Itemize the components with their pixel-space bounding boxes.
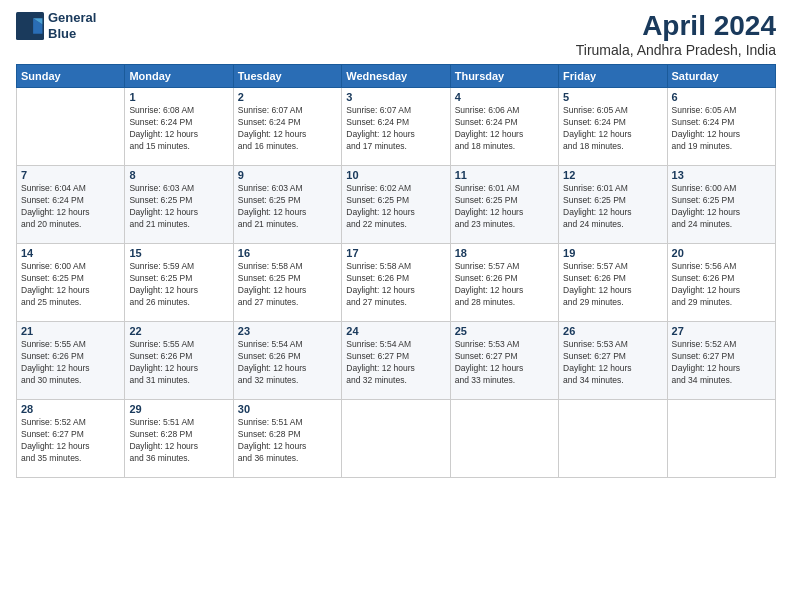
day-info: Sunrise: 5:52 AM Sunset: 6:27 PM Dayligh… xyxy=(21,417,120,465)
header-row: Sunday Monday Tuesday Wednesday Thursday… xyxy=(17,65,776,88)
day-number: 24 xyxy=(346,325,445,337)
calendar-table: Sunday Monday Tuesday Wednesday Thursday… xyxy=(16,64,776,478)
calendar-cell: 3Sunrise: 6:07 AM Sunset: 6:24 PM Daylig… xyxy=(342,88,450,166)
calendar-cell: 26Sunrise: 5:53 AM Sunset: 6:27 PM Dayli… xyxy=(559,322,667,400)
day-info: Sunrise: 5:51 AM Sunset: 6:28 PM Dayligh… xyxy=(238,417,337,465)
day-number: 4 xyxy=(455,91,554,103)
day-info: Sunrise: 6:04 AM Sunset: 6:24 PM Dayligh… xyxy=(21,183,120,231)
logo-icon xyxy=(16,12,44,40)
calendar-week-5: 28Sunrise: 5:52 AM Sunset: 6:27 PM Dayli… xyxy=(17,400,776,478)
calendar-cell xyxy=(342,400,450,478)
calendar-cell: 27Sunrise: 5:52 AM Sunset: 6:27 PM Dayli… xyxy=(667,322,775,400)
day-info: Sunrise: 6:00 AM Sunset: 6:25 PM Dayligh… xyxy=(21,261,120,309)
calendar-cell: 15Sunrise: 5:59 AM Sunset: 6:25 PM Dayli… xyxy=(125,244,233,322)
day-info: Sunrise: 6:05 AM Sunset: 6:24 PM Dayligh… xyxy=(563,105,662,153)
col-sunday: Sunday xyxy=(17,65,125,88)
calendar-cell xyxy=(559,400,667,478)
calendar-cell: 9Sunrise: 6:03 AM Sunset: 6:25 PM Daylig… xyxy=(233,166,341,244)
logo-line1: General xyxy=(48,10,96,26)
header: General Blue April 2024 Tirumala, Andhra… xyxy=(16,10,776,58)
day-info: Sunrise: 6:07 AM Sunset: 6:24 PM Dayligh… xyxy=(346,105,445,153)
calendar-cell xyxy=(17,88,125,166)
day-info: Sunrise: 5:59 AM Sunset: 6:25 PM Dayligh… xyxy=(129,261,228,309)
day-number: 25 xyxy=(455,325,554,337)
day-info: Sunrise: 6:01 AM Sunset: 6:25 PM Dayligh… xyxy=(455,183,554,231)
logo: General Blue xyxy=(16,10,96,41)
calendar-cell: 10Sunrise: 6:02 AM Sunset: 6:25 PM Dayli… xyxy=(342,166,450,244)
day-info: Sunrise: 6:00 AM Sunset: 6:25 PM Dayligh… xyxy=(672,183,771,231)
day-number: 20 xyxy=(672,247,771,259)
day-number: 15 xyxy=(129,247,228,259)
day-info: Sunrise: 6:01 AM Sunset: 6:25 PM Dayligh… xyxy=(563,183,662,231)
calendar-cell: 17Sunrise: 5:58 AM Sunset: 6:26 PM Dayli… xyxy=(342,244,450,322)
calendar-cell: 22Sunrise: 5:55 AM Sunset: 6:26 PM Dayli… xyxy=(125,322,233,400)
col-thursday: Thursday xyxy=(450,65,558,88)
calendar-cell: 25Sunrise: 5:53 AM Sunset: 6:27 PM Dayli… xyxy=(450,322,558,400)
day-number: 9 xyxy=(238,169,337,181)
calendar-cell: 23Sunrise: 5:54 AM Sunset: 6:26 PM Dayli… xyxy=(233,322,341,400)
calendar-cell: 19Sunrise: 5:57 AM Sunset: 6:26 PM Dayli… xyxy=(559,244,667,322)
day-info: Sunrise: 5:55 AM Sunset: 6:26 PM Dayligh… xyxy=(21,339,120,387)
day-number: 19 xyxy=(563,247,662,259)
calendar-cell: 16Sunrise: 5:58 AM Sunset: 6:25 PM Dayli… xyxy=(233,244,341,322)
day-number: 30 xyxy=(238,403,337,415)
day-number: 22 xyxy=(129,325,228,337)
day-info: Sunrise: 6:07 AM Sunset: 6:24 PM Dayligh… xyxy=(238,105,337,153)
day-info: Sunrise: 6:02 AM Sunset: 6:25 PM Dayligh… xyxy=(346,183,445,231)
day-info: Sunrise: 5:52 AM Sunset: 6:27 PM Dayligh… xyxy=(672,339,771,387)
col-wednesday: Wednesday xyxy=(342,65,450,88)
calendar-week-3: 14Sunrise: 6:00 AM Sunset: 6:25 PM Dayli… xyxy=(17,244,776,322)
calendar-cell: 14Sunrise: 6:00 AM Sunset: 6:25 PM Dayli… xyxy=(17,244,125,322)
day-info: Sunrise: 5:58 AM Sunset: 6:25 PM Dayligh… xyxy=(238,261,337,309)
day-info: Sunrise: 5:55 AM Sunset: 6:26 PM Dayligh… xyxy=(129,339,228,387)
day-info: Sunrise: 5:58 AM Sunset: 6:26 PM Dayligh… xyxy=(346,261,445,309)
day-number: 29 xyxy=(129,403,228,415)
calendar-cell: 8Sunrise: 6:03 AM Sunset: 6:25 PM Daylig… xyxy=(125,166,233,244)
calendar-cell: 5Sunrise: 6:05 AM Sunset: 6:24 PM Daylig… xyxy=(559,88,667,166)
main-title: April 2024 xyxy=(576,10,776,42)
calendar-week-1: 1Sunrise: 6:08 AM Sunset: 6:24 PM Daylig… xyxy=(17,88,776,166)
day-info: Sunrise: 5:51 AM Sunset: 6:28 PM Dayligh… xyxy=(129,417,228,465)
col-friday: Friday xyxy=(559,65,667,88)
day-number: 5 xyxy=(563,91,662,103)
calendar-cell: 21Sunrise: 5:55 AM Sunset: 6:26 PM Dayli… xyxy=(17,322,125,400)
col-saturday: Saturday xyxy=(667,65,775,88)
calendar-cell xyxy=(450,400,558,478)
calendar-week-2: 7Sunrise: 6:04 AM Sunset: 6:24 PM Daylig… xyxy=(17,166,776,244)
calendar-cell: 18Sunrise: 5:57 AM Sunset: 6:26 PM Dayli… xyxy=(450,244,558,322)
calendar-cell: 7Sunrise: 6:04 AM Sunset: 6:24 PM Daylig… xyxy=(17,166,125,244)
logo-line2: Blue xyxy=(48,26,96,42)
day-number: 18 xyxy=(455,247,554,259)
day-number: 23 xyxy=(238,325,337,337)
day-info: Sunrise: 6:03 AM Sunset: 6:25 PM Dayligh… xyxy=(129,183,228,231)
day-info: Sunrise: 5:54 AM Sunset: 6:26 PM Dayligh… xyxy=(238,339,337,387)
calendar-cell: 20Sunrise: 5:56 AM Sunset: 6:26 PM Dayli… xyxy=(667,244,775,322)
day-number: 10 xyxy=(346,169,445,181)
col-tuesday: Tuesday xyxy=(233,65,341,88)
day-number: 26 xyxy=(563,325,662,337)
calendar-cell: 12Sunrise: 6:01 AM Sunset: 6:25 PM Dayli… xyxy=(559,166,667,244)
day-info: Sunrise: 5:54 AM Sunset: 6:27 PM Dayligh… xyxy=(346,339,445,387)
day-number: 1 xyxy=(129,91,228,103)
day-number: 11 xyxy=(455,169,554,181)
day-info: Sunrise: 5:53 AM Sunset: 6:27 PM Dayligh… xyxy=(455,339,554,387)
day-number: 2 xyxy=(238,91,337,103)
day-info: Sunrise: 6:08 AM Sunset: 6:24 PM Dayligh… xyxy=(129,105,228,153)
day-number: 7 xyxy=(21,169,120,181)
day-number: 8 xyxy=(129,169,228,181)
calendar-cell: 28Sunrise: 5:52 AM Sunset: 6:27 PM Dayli… xyxy=(17,400,125,478)
day-info: Sunrise: 6:06 AM Sunset: 6:24 PM Dayligh… xyxy=(455,105,554,153)
day-number: 16 xyxy=(238,247,337,259)
calendar-week-4: 21Sunrise: 5:55 AM Sunset: 6:26 PM Dayli… xyxy=(17,322,776,400)
day-number: 21 xyxy=(21,325,120,337)
calendar-cell: 2Sunrise: 6:07 AM Sunset: 6:24 PM Daylig… xyxy=(233,88,341,166)
calendar-cell: 24Sunrise: 5:54 AM Sunset: 6:27 PM Dayli… xyxy=(342,322,450,400)
day-number: 17 xyxy=(346,247,445,259)
day-number: 27 xyxy=(672,325,771,337)
day-info: Sunrise: 5:57 AM Sunset: 6:26 PM Dayligh… xyxy=(563,261,662,309)
logo-text: General Blue xyxy=(48,10,96,41)
calendar-body: 1Sunrise: 6:08 AM Sunset: 6:24 PM Daylig… xyxy=(17,88,776,478)
day-info: Sunrise: 6:03 AM Sunset: 6:25 PM Dayligh… xyxy=(238,183,337,231)
calendar-cell: 30Sunrise: 5:51 AM Sunset: 6:28 PM Dayli… xyxy=(233,400,341,478)
page: General Blue April 2024 Tirumala, Andhra… xyxy=(0,0,792,612)
